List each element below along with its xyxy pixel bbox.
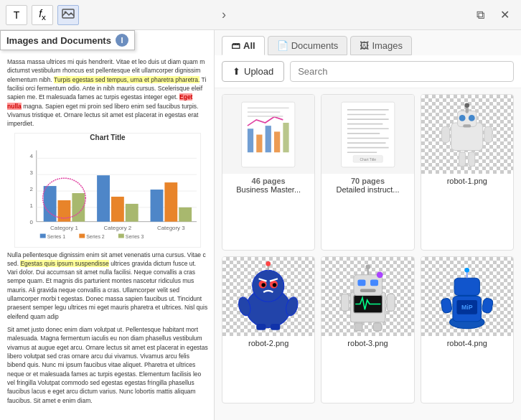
image-tool-button[interactable] [57,5,79,25]
tab-images[interactable]: 🖼 Images [350,36,412,55]
svg-rect-58 [463,124,471,127]
svg-text:0: 0 [29,218,33,225]
svg-rect-86 [373,323,381,331]
svg-rect-19 [151,190,164,222]
file-pages-business-master: 46 pages [227,177,310,185]
svg-text:MiP: MiP [461,304,473,311]
svg-point-69 [262,283,266,287]
tooltip-badge: I [116,34,128,47]
tab-documents[interactable]: 📄 Documents [268,36,348,55]
tabs-bar: 🗃 All 📄 Documents 🖼 Images [215,30,521,55]
svg-rect-20 [164,182,177,222]
svg-rect-17 [111,196,124,221]
files-grid: 46 pages Business Master... [215,88,521,409]
svg-text:Series 1: Series 1 [47,233,66,238]
doc-content: Massa massa ultrices mi quis hendrerit. … [0,30,215,420]
file-thumb-robot-3 [321,257,413,336]
tab-all[interactable]: 🗃 All [222,36,265,55]
file-card-business-master[interactable]: 46 pages Business Master... [222,94,315,251]
tooltip-box: Images and Documents I [0,30,135,50]
image-icon [62,9,75,21]
file-thumb-robot-2 [222,257,314,336]
svg-point-57 [469,115,475,121]
file-thumb-robot-1 [421,95,513,174]
svg-rect-36 [274,131,280,152]
text-icon: T [14,9,20,21]
svg-text:Series 2: Series 2 [86,233,105,238]
file-card-robot-1[interactable]: robot-1.png [421,94,514,251]
upload-icon: ⬆ [233,66,240,77]
doc-paragraph-3: Sit amet justo donec enim diam volutpat … [7,325,208,405]
svg-rect-88 [387,294,395,311]
images-icon: 🖼 [360,40,369,51]
svg-point-56 [459,115,466,121]
svg-rect-30 [118,233,124,238]
svg-rect-59 [459,151,466,166]
svg-rect-35 [266,126,271,152]
right-panel: › ⧉ ✕ 🗃 All 📄 Documents 🖼 Images ⬆ Uploa… [214,0,521,420]
file-card-robot-2[interactable]: robot-2.png [222,256,315,404]
upload-button[interactable]: ⬆ Upload [222,61,284,82]
file-name-business-master: Business Master... [227,185,310,194]
svg-text:3: 3 [29,169,33,176]
svg-text:1: 1 [29,202,33,208]
svg-rect-85 [355,323,362,331]
file-info-robot-2: robot-2.png [222,336,314,350]
svg-point-70 [273,283,277,287]
tab-all-label: All [243,40,255,51]
toolbar: T fx [0,0,215,30]
svg-text:2: 2 [29,186,32,192]
header-actions: ⧉ ✕ [471,6,514,24]
file-info-robot-1: robot-1.png [421,174,513,188]
action-bar: ⬆ Upload [215,55,521,88]
file-card-robot-4[interactable]: MiP robot-4.png [421,256,514,404]
svg-rect-97 [454,278,479,295]
svg-rect-62 [484,126,492,142]
svg-rect-16 [97,175,110,222]
file-info-business-master: 46 pages Business Master... [222,174,314,197]
minimize-button[interactable]: ⧉ [471,6,489,24]
svg-rect-102 [482,298,493,314]
file-name-robot-4: robot-4.png [426,339,509,347]
file-info-robot-4: robot-4.png [421,336,513,350]
doc-paragraph-2: Nulla pellentesque dignissim enim sit am… [7,251,208,322]
svg-rect-87 [341,294,349,311]
file-name-detailed-instruct: Detailed instruct... [326,185,409,194]
search-input[interactable] [290,61,514,82]
tab-documents-label: Documents [291,40,339,51]
chart-svg: 0 1 2 3 4 [15,143,200,243]
file-card-robot-3[interactable]: robot-3.png [321,256,414,404]
svg-text:Series 3: Series 3 [126,233,144,238]
svg-point-78 [266,261,271,266]
svg-rect-18 [126,203,139,221]
svg-rect-61 [442,126,450,142]
right-panel-header: › ⧉ ✕ [215,0,521,30]
svg-rect-63 [466,107,469,113]
collapse-arrow[interactable]: › [222,7,226,22]
svg-point-90 [365,265,370,270]
svg-rect-83 [370,279,378,286]
text-tool-button[interactable]: T [6,5,27,25]
close-button[interactable]: ✕ [495,6,514,24]
svg-rect-21 [179,207,192,221]
file-info-detailed-instruct: 70 pages Detailed instruct... [321,174,413,197]
chart-title: Chart Title [15,134,200,141]
doc-paragraph-1: Massa massa ultrices mi quis hendrerit. … [7,57,208,129]
file-card-detailed-instruct[interactable]: Chart Title 70 pages Detailed instruct..… [321,94,414,251]
svg-rect-101 [441,298,452,314]
svg-rect-13 [44,186,57,222]
svg-rect-34 [257,134,263,152]
file-name-robot-2: robot-2.png [227,339,310,347]
all-icon: 🗃 [231,40,240,51]
svg-rect-28 [79,233,85,238]
formula-tool-button[interactable]: fx [32,5,53,25]
svg-point-64 [465,103,470,108]
svg-rect-74 [271,324,280,330]
svg-rect-26 [40,233,46,238]
documents-icon: 📄 [277,40,288,51]
chart-container: Chart Title 0 1 2 3 4 [14,133,201,248]
svg-point-66 [253,270,284,302]
tab-images-label: Images [372,40,403,51]
file-thumb-detailed-instruct: Chart Title [321,95,413,174]
file-thumb-robot-4: MiP [421,257,513,336]
